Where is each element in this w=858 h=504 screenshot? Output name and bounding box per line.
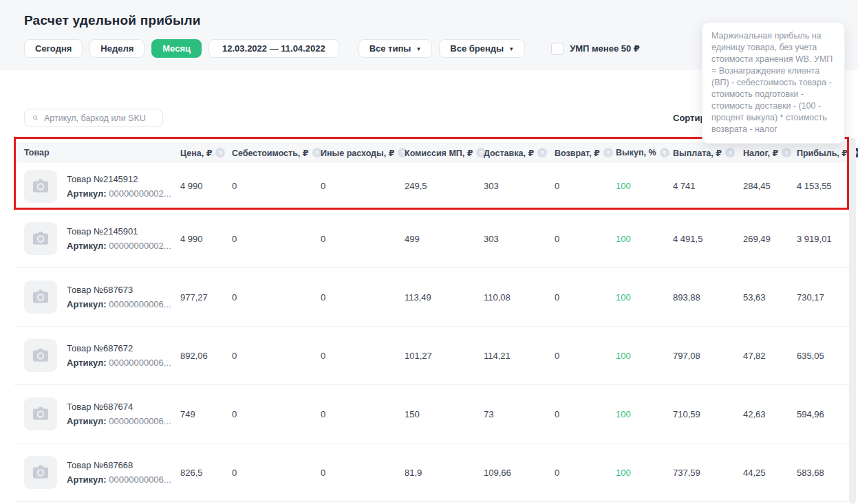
vertical-scrollbar[interactable] [849, 138, 856, 504]
camera-icon [31, 463, 50, 482]
cell-buyout: 100 [616, 292, 673, 303]
product-cell: Товар №687674 Артикул: 00000000006... [14, 397, 180, 430]
product-info: Товар №687672 Артикул: 00000000006... [67, 343, 171, 368]
cell-profit: 594,96 [797, 409, 848, 419]
help-icon[interactable]: ? [660, 148, 669, 157]
help-icon[interactable]: ? [782, 148, 791, 157]
cell-commission: 499 [405, 234, 484, 244]
column-header: Цена, ₽? [180, 148, 232, 158]
product-image-placeholder [24, 456, 57, 489]
cell-payout: 710,59 [673, 409, 743, 419]
table-row[interactable]: Товар №2145901 Артикул: 00000000002... 4… [14, 210, 848, 268]
cell-other-costs: 0 [321, 351, 405, 361]
table-row[interactable]: Товар №687668 Артикул: 00000000006... 82… [14, 443, 848, 502]
search-input[interactable] [44, 113, 155, 123]
type-dropdown[interactable]: Все типы ▼ [358, 39, 433, 58]
table-row[interactable]: Товар №2145912 Артикул: 00000000002... 4… [14, 163, 848, 210]
profit-help-tooltip: Маржинальная прибыль на единицу товара, … [702, 22, 845, 144]
column-header: Выкуп, %? [616, 148, 673, 157]
cell-payout: 4 491,5 [673, 234, 743, 244]
article-label: Артикул: [67, 416, 107, 426]
period-button-week[interactable]: Неделя [89, 39, 144, 58]
cell-other-costs: 0 [321, 234, 405, 244]
cell-payout: 737,59 [673, 468, 743, 478]
period-button-today[interactable]: Сегодня [24, 39, 83, 58]
cell-price: 4 990 [180, 234, 232, 244]
product-info: Товар №687673 Артикул: 00000000006... [67, 285, 171, 309]
cell-delivery: 109,66 [484, 468, 555, 478]
help-icon[interactable]: ? [215, 148, 225, 157]
product-info: Товар №687668 Артикул: 00000000006... [67, 460, 171, 485]
cell-payout: 4 741 [673, 181, 743, 191]
ump-checkbox[interactable] [551, 43, 564, 55]
product-image-placeholder [24, 339, 57, 372]
product-cell: Товар №687672 Артикул: 00000000006... [14, 339, 180, 372]
cell-profit: 3 919,01 [797, 234, 848, 244]
brand-dropdown-label: Все бренды [450, 43, 504, 54]
column-header: Выплата, ₽? [673, 148, 743, 158]
product-name: Товар №687674 [67, 402, 171, 412]
brand-dropdown[interactable]: Все бренды ▼ [439, 39, 525, 58]
product-image-placeholder [24, 281, 57, 314]
product-name: Товар №2145912 [67, 174, 171, 184]
cell-delivery: 114,21 [484, 351, 555, 361]
cell-delivery: 110,08 [484, 292, 555, 303]
search-box[interactable] [24, 109, 163, 127]
cell-return: 0 [555, 468, 616, 478]
cell-tax: 47,82 [743, 351, 797, 361]
table-row[interactable]: Товар №687673 Артикул: 00000000006... 97… [14, 268, 848, 327]
article-label: Артикул: [67, 299, 107, 309]
product-cell: Товар №687673 Артикул: 00000000006... [14, 281, 180, 314]
column-header: Комиссия МП, ₽? [405, 148, 484, 158]
search-icon [32, 113, 39, 122]
cell-buyout: 100 [616, 409, 673, 419]
cell-return: 0 [555, 234, 616, 244]
table-row[interactable]: Товар №687672 Артикул: 00000000006... 89… [14, 327, 848, 385]
date-range-button[interactable]: 12.03.2022 — 11.04.2022 [208, 39, 339, 58]
table-row[interactable]: Товар №687674 Артикул: 00000000006... 74… [14, 385, 848, 443]
cell-other-costs: 0 [321, 468, 405, 478]
cell-other-costs: 0 [321, 181, 405, 191]
cell-tax: 44,25 [743, 468, 797, 478]
article-line: Артикул: 00000000002... [67, 241, 171, 251]
cell-cost: 0 [232, 292, 321, 303]
cell-price: 749 [180, 409, 232, 419]
product-cell: Товар №2145901 Артикул: 00000000002... [14, 222, 180, 255]
products-table: ТоварЦена, ₽?Себестоимость, ₽?Иные расхо… [14, 142, 848, 502]
ump-filter[interactable]: УМП менее 50 ₽ [551, 43, 640, 55]
table-body: Товар №2145912 Артикул: 00000000002... 4… [14, 163, 848, 502]
article-line: Артикул: 00000000006... [67, 474, 171, 485]
chevron-down-icon: ▼ [416, 46, 421, 52]
cell-profit: 635,05 [797, 351, 848, 361]
cell-cost: 0 [232, 181, 321, 191]
help-icon[interactable]: ? [537, 148, 547, 157]
product-image-placeholder [24, 222, 57, 255]
help-icon[interactable]: ? [725, 148, 735, 157]
article-line: Артикул: 00000000006... [67, 299, 171, 309]
type-dropdown-label: Все типы [369, 43, 411, 54]
cell-tax: 42,63 [743, 409, 797, 419]
article-label: Артикул: [67, 241, 107, 251]
cell-buyout: 100 [616, 181, 673, 191]
column-header: Доставка, ₽? [484, 148, 555, 158]
cell-price: 892,06 [180, 351, 232, 361]
product-info: Товар №2145912 Артикул: 00000000002... [67, 174, 171, 199]
help-icon[interactable]: ? [603, 148, 613, 157]
camera-icon [31, 229, 50, 248]
cell-commission: 150 [405, 409, 484, 419]
period-button-group: СегодняНеделяМесяц [24, 39, 202, 58]
cell-tax: 284,45 [743, 181, 797, 191]
cell-tax: 269,49 [743, 234, 797, 244]
camera-icon [31, 404, 50, 424]
product-image-placeholder [24, 170, 57, 203]
article-value: 00000000006... [109, 299, 171, 309]
article-line: Артикул: 00000000002... [67, 188, 171, 199]
cell-price: 977,27 [180, 292, 232, 303]
chevron-down-icon: ▼ [508, 46, 514, 52]
article-line: Артикул: 00000000006... [67, 358, 171, 368]
cell-cost: 0 [232, 409, 321, 419]
cell-price: 826,5 [180, 468, 232, 478]
cell-delivery: 73 [484, 409, 555, 419]
article-value: 00000000006... [109, 416, 171, 426]
period-button-month[interactable]: Месяц [151, 39, 202, 58]
